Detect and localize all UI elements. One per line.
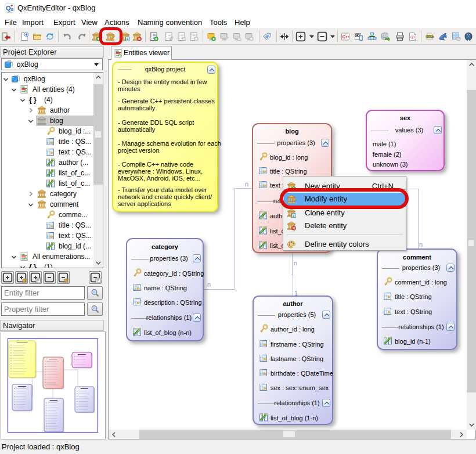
- svg-text:x: x: [10, 6, 13, 12]
- svg-text:SQLite: SQLite: [427, 35, 434, 38]
- svg-text:C: C: [342, 34, 346, 39]
